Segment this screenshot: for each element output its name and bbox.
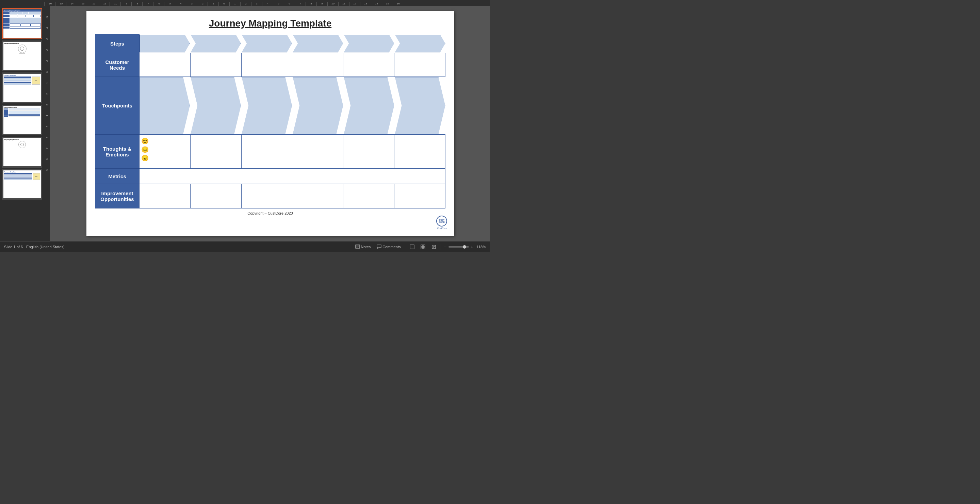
touch-cells-container	[139, 77, 445, 135]
slide-thumbnail-3[interactable]: 3 Persona Template Pic	[2, 73, 42, 103]
reading-view-button[interactable]	[430, 244, 438, 250]
thoughts-cell-3[interactable]	[241, 135, 292, 169]
notes-icon	[355, 244, 360, 249]
slide-thumbnail-5[interactable]: 5 Empathy Map Exercise	[2, 137, 42, 168]
metrics-label: Metrics	[95, 169, 140, 184]
canvas-area: Journey Mapping Template Steps	[50, 6, 490, 241]
touch-arrow-4	[293, 77, 343, 134]
improvement-cell-5[interactable]	[343, 184, 395, 208]
step-arrow-2	[191, 35, 241, 52]
zoom-control: − + 118%	[444, 244, 486, 250]
improvement-cell-4[interactable]	[292, 184, 343, 208]
comments-icon	[377, 244, 382, 249]
thoughts-first-cell[interactable]: 😊 😐 😠	[139, 135, 190, 169]
normal-view-icon	[410, 244, 414, 249]
comments-button[interactable]: Comments	[375, 244, 402, 250]
customer-needs-row: CustomerNeeds	[95, 53, 445, 77]
needs-cell-3[interactable]	[241, 53, 292, 77]
improvement-cell-6[interactable]	[395, 184, 445, 208]
slide-1: Journey Mapping Template Steps	[86, 11, 454, 236]
improvement-row: ImprovementOpportunities	[95, 184, 445, 208]
zoom-out-button[interactable]: −	[444, 244, 447, 250]
slide-thumbnail-4[interactable]: 4 Journey Mapping Example	[2, 105, 42, 136]
slide-thumbnail-2[interactable]: 2 Empathy Map Exercise Think & Feel	[2, 40, 42, 71]
step-arrow-1	[140, 35, 190, 52]
svg-rect-6	[423, 245, 425, 247]
touch-arrow-5	[344, 77, 394, 134]
thoughts-cell-4[interactable]	[292, 135, 343, 169]
emoji-angry: 😠	[141, 154, 189, 162]
ruler-top: -16 -15 -14 -13 -12 -11 -10 -9 -8 -7 -6 …	[0, 0, 490, 6]
improvement-label: ImprovementOpportunities	[95, 184, 140, 208]
thoughts-emotions-row: Thoughts &Emotions 😊 😐 😠	[95, 135, 445, 169]
svg-rect-8	[423, 247, 425, 249]
metrics-cell[interactable]	[139, 169, 445, 184]
needs-cell-1[interactable]	[139, 53, 190, 77]
svg-rect-5	[421, 245, 423, 247]
emoji-neutral: 😐	[141, 146, 189, 154]
slide-thumbnail-6[interactable]: 6 Persona Template Pic	[2, 169, 42, 200]
zoom-slider[interactable]	[449, 246, 469, 247]
needs-cell-6[interactable]	[395, 53, 445, 77]
slide-info: Slide 1 of 6	[4, 245, 23, 249]
improvement-cell-1[interactable]	[139, 184, 190, 208]
svg-rect-7	[421, 247, 423, 249]
language-info: English (United States)	[26, 245, 65, 249]
comments-label: Comments	[382, 245, 401, 249]
touch-arrow-2	[191, 77, 241, 134]
improvement-cell-3[interactable]	[241, 184, 292, 208]
slide-title: Journey Mapping Template	[95, 18, 445, 29]
zoom-in-button[interactable]: +	[471, 244, 473, 250]
step-arrow-4	[293, 35, 343, 52]
needs-cell-2[interactable]	[190, 53, 241, 77]
journey-table: Steps CustomerNeeds	[95, 34, 445, 208]
logo-text: CustCore	[436, 227, 447, 230]
notes-button[interactable]: Notes	[353, 244, 372, 250]
thoughts-cell-2[interactable]	[190, 135, 241, 169]
thoughts-cell-6[interactable]	[395, 135, 445, 169]
bottom-toolbar: Slide 1 of 6 English (United States) Not…	[0, 241, 490, 252]
step-arrow-5	[344, 35, 394, 52]
thoughts-emotions-label: Thoughts &Emotions	[95, 135, 140, 169]
touch-arrow-1	[140, 77, 190, 134]
steps-cells-container	[139, 34, 445, 53]
slide-thumbnail-1[interactable]: 1 Journey Mapping Template	[2, 8, 42, 39]
touch-arrow-6	[395, 77, 445, 134]
step-arrow-3	[242, 35, 292, 52]
touchpoints-row: Touchpoints	[95, 77, 445, 135]
improvement-cell-2[interactable]	[190, 184, 241, 208]
notes-label: Notes	[361, 245, 371, 249]
slide-sorter-button[interactable]	[419, 244, 427, 250]
step-arrow-6	[395, 35, 445, 52]
svg-rect-4	[410, 245, 414, 249]
ruler-left: -5 -4 -3 -2 -1 0 1 2 3 4 5 6 7 8 9	[44, 6, 50, 241]
touchpoints-label: Touchpoints	[95, 77, 140, 135]
metrics-row: Metrics	[95, 169, 445, 184]
steps-label: Steps	[95, 34, 140, 53]
logo-area: CUSTCORE CustCore	[436, 216, 447, 230]
needs-cell-4[interactable]	[292, 53, 343, 77]
normal-view-button[interactable]	[408, 244, 416, 250]
touch-arrow-3	[242, 77, 292, 134]
thoughts-cell-5[interactable]	[343, 135, 395, 169]
needs-cell-5[interactable]	[343, 53, 395, 77]
steps-row: Steps	[95, 34, 445, 53]
customer-needs-label: CustomerNeeds	[95, 53, 140, 77]
copyright-text: Copyright – CustCore 2020	[95, 211, 445, 215]
reading-view-icon	[431, 244, 436, 249]
emoji-happy: 😊	[141, 137, 189, 145]
slide-panel: 1 Journey Mapping Template	[0, 6, 44, 241]
slide-sorter-icon	[421, 244, 425, 249]
zoom-level: 118%	[476, 245, 486, 249]
